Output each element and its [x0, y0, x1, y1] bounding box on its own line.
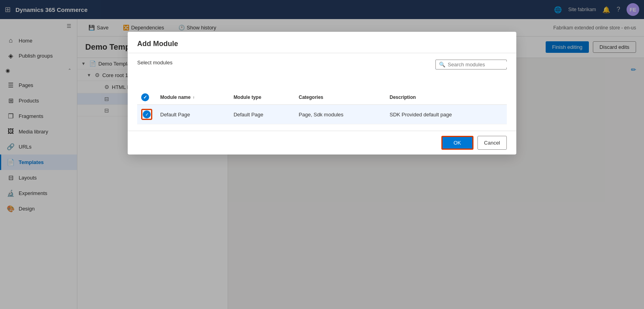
- row-description: SDK Provided default page: [386, 105, 507, 124]
- col-header-categories: Categories: [295, 90, 385, 105]
- module-table: ✓ Module name ↑ Module type Categories D…: [137, 90, 507, 124]
- modal-body: Select modules 🔍 ✓ Module name: [128, 53, 516, 131]
- modal-top-row: Select modules 🔍: [137, 60, 507, 74]
- modal-overlay: Add Module Select modules 🔍 ✓: [0, 0, 644, 309]
- search-icon: 🔍: [439, 62, 445, 68]
- sort-icon: ↑: [193, 95, 195, 100]
- row-checkbox-inner: ✓: [143, 110, 151, 118]
- cancel-button[interactable]: Cancel: [477, 136, 507, 150]
- row-checkbox-selected[interactable]: ✓: [141, 109, 152, 120]
- header-checkbox[interactable]: ✓: [141, 93, 149, 101]
- search-box-wrapper: 🔍: [435, 60, 507, 70]
- search-box: 🔍: [435, 60, 507, 70]
- col-header-checkbox: ✓: [137, 90, 156, 105]
- table-body: ✓ Default Page Default Page Page, Sdk mo…: [137, 105, 507, 124]
- col-header-module-type: Module type: [230, 90, 295, 105]
- search-modules-input[interactable]: [448, 62, 514, 68]
- select-modules-label: Select modules: [137, 60, 172, 66]
- col-header-module-name[interactable]: Module name ↑: [156, 90, 230, 105]
- modal-title: Add Module: [137, 40, 507, 48]
- col-module-name-label: Module name: [160, 95, 191, 100]
- row-module-name: Default Page: [156, 105, 230, 124]
- modal-header: Add Module: [128, 32, 516, 53]
- modal-footer: OK Cancel: [128, 131, 516, 154]
- ok-button[interactable]: OK: [441, 136, 473, 150]
- table-header: ✓ Module name ↑ Module type Categories D…: [137, 90, 507, 105]
- row-checkbox-cell: ✓: [137, 105, 156, 124]
- row-categories: Page, Sdk modules: [295, 105, 385, 124]
- add-module-modal: Add Module Select modules 🔍 ✓: [128, 32, 516, 154]
- col-header-description: Description: [386, 90, 507, 105]
- table-row[interactable]: ✓ Default Page Default Page Page, Sdk mo…: [137, 105, 507, 124]
- row-module-type: Default Page: [230, 105, 295, 124]
